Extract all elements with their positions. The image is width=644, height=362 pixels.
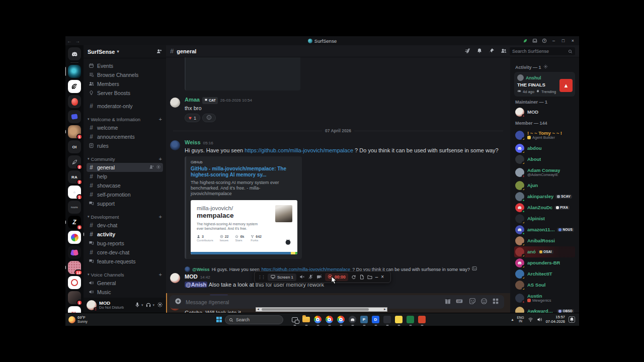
message-author[interactable]: MOD [185,274,198,280]
horizontal-scrollbar[interactable]: ◄ ► [256,307,387,312]
postgres-icon[interactable]: P [360,315,368,324]
server-purple-art[interactable] [68,246,81,259]
leaf-plugin-icon[interactable] [521,37,529,44]
server-rainbow[interactable] [68,231,81,244]
server-clover[interactable]: ♣1 [68,186,81,199]
mic-mute-icon[interactable] [308,273,313,282]
task-view-icon[interactable] [290,315,299,324]
taskbar-search[interactable] [225,315,283,324]
server-nlh[interactable]: NL92 [68,306,81,313]
sidebar-item-browse-channels[interactable]: Browse Channels [87,70,163,79]
invite-people-icon[interactable] [156,48,162,55]
member-row-as-soul[interactable]: AS Soul [514,280,575,291]
channel-help[interactable]: #help [87,172,163,181]
server-photo[interactable]: 1 [68,291,81,304]
channel-bug-reports[interactable]: bug-reports [87,239,163,248]
clock[interactable]: 15:5707-04-2026 [546,315,565,324]
sticker-icon[interactable] [469,298,476,307]
history-forward-button[interactable]: → [73,38,82,44]
message-author[interactable]: Weiss [185,139,201,145]
tray-chevron-up-icon[interactable]: ▴ [512,317,514,322]
server-pink-dots[interactable]: 13 [68,261,81,274]
attach-plus-icon[interactable] [175,298,182,307]
channel-music[interactable]: Music [87,288,163,297]
threads-icon[interactable] [464,47,470,56]
create-channel-icon[interactable]: + [159,156,162,162]
avatar[interactable] [170,140,180,150]
github-link[interactable]: https://github.com/milla-jovovich/mempal… [245,147,353,153]
create-channel-icon[interactable]: + [159,116,162,122]
mic-icon[interactable] [134,301,140,310]
search-input[interactable] [512,49,566,54]
screen-recorder-icon[interactable] [418,315,426,324]
channel-dev-chat[interactable]: #dev-chat [87,221,163,230]
notes-file-icon[interactable] [359,273,364,282]
member-row-abdou[interactable]: abdou [514,143,575,154]
member-row-adam-conway[interactable]: Adam Conway@AdamConwayIE [514,165,575,180]
server-blue-shape[interactable] [68,110,81,123]
channel-general[interactable]: General [87,279,163,288]
member-row-about[interactable]: About [514,154,575,165]
member-row-austin[interactable]: AustinMewgenics [514,291,575,306]
reply-mention[interactable]: @Weiss [192,266,210,273]
member-row-alanzoudc[interactable]: AlanZouDcPIXA [514,202,575,213]
blue-app-icon[interactable]: D [371,315,380,324]
sidebar-item-events[interactable]: Events [87,61,163,70]
dark-app-icon[interactable] [383,315,391,324]
embed-title-link[interactable]: GitHub - milla-jovovich/mempalace: The h… [191,166,297,178]
scroll-left-arrow[interactable]: ◄ [256,308,260,311]
chevron-down-icon[interactable]: ▾ [152,303,154,307]
language-indicator[interactable]: ENGIN [517,316,524,323]
notifications-icon[interactable] [476,47,482,56]
avatar[interactable] [170,98,180,108]
member-row-maintainer[interactable]: MOD [514,107,575,118]
avatar[interactable] [170,273,180,283]
avatar[interactable] [87,300,97,310]
server-nouns[interactable]: nouns [68,201,81,214]
inbox-icon[interactable] [530,37,539,44]
restart-icon[interactable] [351,273,356,282]
search-box[interactable] [510,47,575,55]
weather-widget[interactable]: 69°F Sunny [65,316,216,323]
discord-home-button[interactable] [68,47,81,60]
screen-recorder-toolbar[interactable]: ⋮⋮ Screen 1 00:00 – × [254,271,391,283]
screen-select-button[interactable]: Screen 1 [268,274,296,281]
server-hamster[interactable]: 1 [68,125,81,138]
help-icon[interactable]: ? [540,37,548,44]
sidebar-item-server-boosts[interactable]: Server Boosts [87,88,163,98]
pin-icon[interactable] [489,47,495,56]
server-ra[interactable]: RA2 [68,170,81,184]
category-community[interactable]: ▾Community+ [87,155,163,163]
invite-people-icon[interactable] [149,164,154,170]
scrollbar-thumb[interactable] [262,308,369,311]
file-explorer-icon[interactable] [302,315,310,324]
scroll-right-arrow[interactable]: ► [383,308,387,311]
server-balloon[interactable] [68,95,81,108]
channel-self-promotion[interactable]: #self-promotion [87,190,163,199]
member-row-anibalrossi[interactable]: AnibalRossi [514,235,575,246]
sticky-notes-icon[interactable] [394,315,403,324]
notifications-tray-icon[interactable] [569,316,575,323]
chrome-icon[interactable] [313,315,322,324]
attachment-cutoff[interactable] [185,57,300,90]
channel-showcase[interactable]: #showcase [87,181,163,190]
create-channel-icon[interactable]: + [159,214,162,220]
channel-general[interactable]: #general [87,163,163,172]
wifi-icon[interactable] [528,315,533,324]
speaker-mute-icon[interactable] [299,273,305,282]
server-header[interactable]: SurfSense ▾ [84,45,166,58]
headphones-icon[interactable] [145,301,151,310]
member-row-akinparsley[interactable]: akinparsleySCAV [514,191,575,202]
sidebar-item-members[interactable]: Members [87,79,163,88]
category-development[interactable]: ▾Development+ [87,213,163,221]
reaction-heart[interactable]: ♥1 [185,114,200,122]
close-button[interactable]: × [569,37,577,44]
emoji-icon[interactable] [480,298,488,307]
server-surfsense[interactable] [68,65,81,78]
activity-card[interactable]: Anshul THE FINALS 4d ago Trending ▲ [514,72,575,97]
channel-core-dev-chat[interactable]: #core-dev-chat [87,248,163,257]
apps-grid-icon[interactable] [492,298,499,307]
server-feather[interactable]: 2 [68,155,81,168]
add-reaction-button[interactable] [202,114,216,122]
channel-welcome[interactable]: #welcome [87,123,163,132]
